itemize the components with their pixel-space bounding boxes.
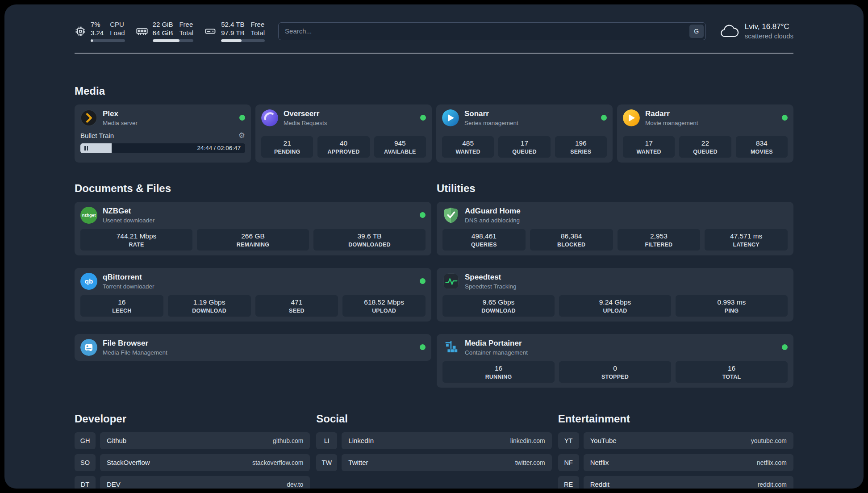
app-name: Radarr <box>645 109 698 118</box>
disk-progress-bar <box>221 39 265 42</box>
link-abbr[interactable]: TW <box>316 454 337 471</box>
ram-progress-bar <box>153 39 194 42</box>
filebrowser-icon <box>80 339 97 356</box>
stat-label: QUERIES <box>444 242 524 248</box>
stat-value: 1.19 Gbps <box>170 298 249 306</box>
speedtest-card[interactable]: Speedtest Speedtest Tracking 9.65 Gbps D… <box>437 268 793 322</box>
stat-label: APPROVED <box>319 149 367 155</box>
stat-label: RATE <box>82 242 191 248</box>
stat-label: TOTAL <box>677 374 786 380</box>
stat-tile: 471 SEED <box>255 295 338 317</box>
adguard-card[interactable]: AdGuard Home DNS and adblocking 498,461 … <box>437 202 793 255</box>
cpu-load-label: Load <box>110 29 125 38</box>
section-title-developer: Developer <box>75 413 310 425</box>
link-url: netflix.com <box>757 459 787 466</box>
documents-section: Documents & Files nzbget NZBGet Usenet d… <box>75 182 431 361</box>
weather-location: Lviv, 16.87°C <box>745 22 793 31</box>
disk-icon <box>204 25 217 38</box>
link-item-twitter[interactable]: TW Twitter twitter.com <box>316 454 551 471</box>
ram-total-value: 64 GiB <box>153 29 173 38</box>
link-abbr[interactable]: YT <box>558 432 579 449</box>
sonarr-card[interactable]: Sonarr Series management 485 WANTED 17 Q… <box>436 104 613 163</box>
link-name: LinkedIn <box>348 437 374 444</box>
sonarr-icon <box>442 109 459 126</box>
radarr-card[interactable]: Radarr Movie management 17 WANTED 22 QUE… <box>617 104 793 163</box>
stat-value: 2,953 <box>619 232 699 240</box>
stat-tile: 16 TOTAL <box>676 361 788 383</box>
stat-value: 498,461 <box>444 232 524 240</box>
qbittorrent-icon: qb <box>80 273 97 290</box>
stat-label: QUEUED <box>500 149 548 155</box>
portainer-card[interactable]: Media Portainer Container management 16 … <box>437 334 793 388</box>
search-input[interactable] <box>278 22 706 40</box>
stat-tile: 266 GB REMAINING <box>197 229 309 251</box>
plex-card[interactable]: Plex Media server Bullet Train ⚙ 24:44 <box>75 104 251 163</box>
stat-label: STOPPED <box>561 374 669 380</box>
app-subtitle: Media File Management <box>103 349 167 356</box>
link-url: github.com <box>273 437 303 444</box>
cpu-progress-bar <box>91 39 125 42</box>
link-item-github[interactable]: GH Github github.com <box>75 432 310 449</box>
stat-tile: 17 WANTED <box>623 136 675 158</box>
adguard-icon <box>442 207 459 224</box>
status-indicator <box>420 278 426 284</box>
link-item-netflix[interactable]: NF Netflix netflix.com <box>558 454 793 471</box>
cpu-icon <box>75 25 86 37</box>
radarr-icon <box>623 109 640 126</box>
stat-tile: 17 QUEUED <box>498 136 550 158</box>
stat-value: 618.52 Mbps <box>344 298 424 306</box>
stat-label: WANTED <box>625 149 673 155</box>
header-divider <box>75 53 793 54</box>
status-indicator <box>601 115 607 121</box>
stat-value: 16 <box>444 364 553 372</box>
link-url: youtube.com <box>751 437 787 444</box>
status-indicator <box>782 344 788 350</box>
link-abbr[interactable]: GH <box>75 432 96 449</box>
stat-value: 0 <box>561 364 669 372</box>
app-subtitle: Container management <box>465 349 528 356</box>
link-item-stackoverflow[interactable]: SO StackOverflow stackoverflow.com <box>75 454 310 471</box>
app-name: Sonarr <box>464 109 518 118</box>
app-name: qBittorrent <box>103 273 154 282</box>
stat-value: 9.24 Gbps <box>561 298 669 306</box>
section-title-utilities: Utilities <box>437 182 793 195</box>
stat-tile: 40 APPROVED <box>317 136 369 158</box>
stat-value: 834 <box>738 139 786 147</box>
link-name: DEV <box>107 480 121 488</box>
link-abbr[interactable]: SO <box>75 454 96 471</box>
stat-value: 471 <box>257 298 337 306</box>
filebrowser-card[interactable]: File Browser Media File Management <box>75 334 431 361</box>
qbittorrent-card[interactable]: qb qBittorrent Torrent downloader 16 LEE… <box>75 268 431 322</box>
stat-label: PENDING <box>263 149 311 155</box>
stat-tile: 0 STOPPED <box>559 361 671 383</box>
stat-label: PING <box>677 308 786 314</box>
link-item-youtube[interactable]: YT YouTube youtube.com <box>558 432 793 449</box>
stat-tile: 16 RUNNING <box>442 361 555 383</box>
overseerr-card[interactable]: Overseerr Media Requests 21 PENDING 40 A… <box>255 104 432 163</box>
stat-tile: 21 PENDING <box>261 136 313 158</box>
utilities-section: Utilities AdGuard Home DNS <box>437 182 793 388</box>
nzbget-icon: nzbget <box>80 207 97 224</box>
app-name: Plex <box>103 109 138 118</box>
link-item-reddit[interactable]: RE Reddit reddit.com <box>558 476 793 489</box>
link-abbr[interactable]: DT <box>75 476 96 489</box>
link-item-dev[interactable]: DT DEV dev.to <box>75 476 310 489</box>
status-indicator <box>782 115 788 121</box>
ram-widget: 22 GiB 64 GiB Free Total <box>136 21 194 42</box>
pause-icon[interactable] <box>84 146 86 150</box>
link-abbr[interactable]: NF <box>558 454 579 471</box>
disk-free-value: 52.4 TB <box>221 21 244 29</box>
stat-label: DOWNLOADED <box>315 242 424 248</box>
stat-label: WANTED <box>444 149 492 155</box>
seek-bar[interactable]: 24:44 / 02:06:47 <box>80 143 245 153</box>
stat-value: 16 <box>677 364 786 372</box>
cpu-widget: 7% 3.24 CPU Load <box>75 21 125 42</box>
nzbget-card[interactable]: nzbget NZBGet Usenet downloader 744.21 M… <box>75 202 431 255</box>
link-abbr[interactable]: LI <box>316 432 337 449</box>
link-abbr[interactable]: RE <box>558 476 579 489</box>
top-bar: 7% 3.24 CPU Load <box>75 21 793 42</box>
link-item-linkedin[interactable]: LI LinkedIn linkedin.com <box>316 432 551 449</box>
gear-icon[interactable]: ⚙ <box>238 132 245 139</box>
search-engine-button[interactable]: G <box>689 25 704 38</box>
stat-value: 17 <box>500 139 548 147</box>
